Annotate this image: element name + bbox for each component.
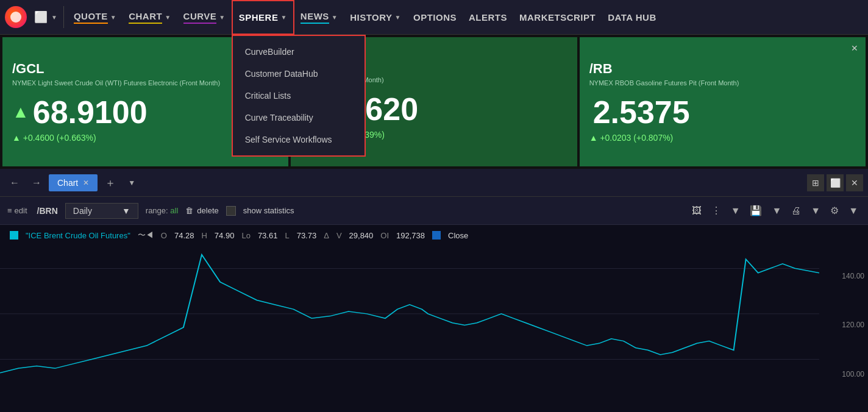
chart-print-caret-button[interactable]: ▼	[808, 203, 823, 219]
chart-window-controls: ⊞ ⬜ ✕	[807, 174, 863, 191]
edit-label: edit	[15, 206, 27, 215]
chart-add-caret-button[interactable]: ▼	[123, 176, 140, 190]
ticker-card-rb: ✕ /RB NYMEX RBOB Gasoline Futures Pit (F…	[580, 37, 866, 166]
chart-range-label: range: all	[146, 206, 179, 215]
nav-item-sphere[interactable]: SPHERE ▼	[232, 0, 294, 35]
chart-period-selector[interactable]: Daily ▼	[65, 203, 138, 219]
chart-close-button[interactable]: ✕	[846, 174, 863, 191]
chart-toolbar-right: 🖼 ⋮ ▼ 💾 ▼ 🖨 ▼ ⚙ ▼	[689, 202, 861, 219]
chart-settings-button[interactable]: ⚙	[828, 202, 841, 219]
ticker-change-value-rb: +0.0203 (+0.807%)	[600, 133, 673, 143]
nav-item-marketscript[interactable]: MARKETSCRIPT	[513, 0, 602, 35]
nav-label-quote: QUOTE	[74, 11, 108, 24]
chart-high-value: 74.90	[215, 231, 235, 240]
chart-open-value: 74.28	[174, 231, 194, 240]
nav-caret-chart: ▼	[165, 14, 171, 21]
nav-label-options: OPTIONS	[413, 12, 457, 23]
nav-item-alerts[interactable]: ALERTS	[463, 0, 513, 35]
nav-divider	[63, 6, 64, 28]
chart-settings-caret-button[interactable]: ▼	[846, 203, 861, 219]
nav-label-news: NEWS	[301, 11, 329, 24]
chart-vol-label: V	[336, 231, 342, 240]
sphere-menu-customer-datahub[interactable]: Customer DataHub	[233, 63, 365, 85]
nav-item-options[interactable]: OPTIONS	[407, 0, 463, 35]
chart-close-indicator	[432, 231, 441, 240]
ticker-price-value-rb: 2.5375	[593, 96, 690, 128]
chart-open-label: O	[161, 231, 167, 240]
chart-nav-back[interactable]: ←	[5, 175, 24, 191]
nav-caret-sphere: ▼	[280, 14, 286, 21]
monitor-caret[interactable]: ▼	[51, 14, 57, 21]
chart-tab-active[interactable]: Chart ✕	[49, 174, 98, 191]
nav-caret-curve: ▼	[219, 14, 225, 21]
nav-item-chart[interactable]: CHART ▼	[123, 0, 177, 35]
nav-item-quote[interactable]: QUOTE ▼	[68, 0, 123, 35]
nav-label-chart: CHART	[129, 11, 162, 24]
trash-icon: 🗑	[185, 206, 193, 215]
nav-label-history: HISTORY	[350, 12, 392, 23]
ticker-change-rb: ▲ +0.0203 (+0.807%)	[589, 133, 856, 143]
chart-canvas[interactable]: 140.00 120.00 100.00	[0, 246, 868, 405]
chart-delete-button[interactable]: 🗑 delete	[185, 206, 218, 215]
ticker-close-rb[interactable]: ✕	[851, 43, 858, 53]
ticker-change-value-gcl: +0.4600 (+0.663%)	[23, 133, 96, 143]
sphere-menu-curvebuilder[interactable]: CurveBuilder	[233, 41, 365, 63]
top-navigation: ⬜ ▼ QUOTE ▼ CHART ▼ CURVE ▼ SPHERE ▼ Cur…	[0, 0, 868, 35]
chart-vol-value: 29,840	[349, 231, 374, 240]
chart-caret-button[interactable]: ▼	[728, 203, 743, 219]
nav-item-datahub[interactable]: DATA HUB	[602, 0, 663, 35]
chart-price-140: 140.00	[823, 272, 864, 280]
monitor-icon: ⬜	[34, 10, 48, 24]
sphere-menu-curve-traceability[interactable]: Curve Traceability	[233, 107, 365, 129]
nav-label-marketscript: MARKETSCRIPT	[519, 12, 596, 23]
sphere-menu-self-service-workflows[interactable]: Self Service Workflows	[233, 129, 365, 151]
chart-maximize-button[interactable]: ⬜	[827, 174, 844, 191]
ticker-price-rb: 2.5375	[589, 96, 856, 128]
chart-tile-button[interactable]: ⊞	[807, 174, 824, 191]
chart-section: ← → Chart ✕ ＋ ▼ ⊞ ⬜ ✕ ≡ edit /BRN Daily …	[0, 169, 868, 412]
chart-add-tab-button[interactable]: ＋	[100, 173, 121, 193]
chart-save-caret-button[interactable]: ▼	[769, 203, 784, 219]
chart-tabs-bar: ← → Chart ✕ ＋ ▼ ⊞ ⬜ ✕	[0, 169, 868, 197]
chart-screenshot-button[interactable]: 🖼	[689, 203, 704, 219]
chart-show-stats-label: show statistics	[243, 206, 294, 215]
chart-l-label: L	[285, 231, 289, 240]
ticker-symbol-rb: /RB	[589, 61, 856, 77]
chart-info-bar: "ICE Brent Crude Oil Futures" 〜◀ O 74.28…	[0, 225, 868, 246]
chart-wave-icon: 〜◀	[138, 230, 154, 241]
chart-area: "ICE Brent Crude Oil Futures" 〜◀ O 74.28…	[0, 225, 868, 412]
chart-show-stats-checkbox[interactable]	[226, 206, 236, 216]
nav-item-news[interactable]: NEWS ▼	[294, 0, 344, 35]
nav-item-sphere-wrapper: SPHERE ▼ CurveBuilder Customer DataHub C…	[232, 0, 294, 35]
chart-price-labels: 140.00 120.00 100.00	[819, 246, 868, 405]
ticker-change-arrow-gcl: ▲	[12, 133, 23, 143]
chart-high-label: H	[201, 231, 207, 240]
nav-caret-history: ▼	[395, 14, 401, 21]
chart-l-value: 73.73	[297, 231, 317, 240]
chart-price-120: 120.00	[823, 321, 864, 329]
chart-save-button[interactable]: 💾	[747, 202, 764, 219]
sphere-menu-critical-lists[interactable]: Critical Lists	[233, 85, 365, 107]
chart-menu-button[interactable]: ⋮	[709, 202, 724, 219]
sphere-dropdown-menu: CurveBuilder Customer DataHub Critical L…	[232, 35, 366, 157]
chart-nav-forward[interactable]: →	[27, 175, 46, 191]
nav-item-history[interactable]: HISTORY ▼	[344, 0, 407, 35]
chart-toolbar: ≡ edit /BRN Daily ▼ range: all 🗑 delete …	[0, 197, 868, 225]
chart-svg	[0, 246, 819, 405]
edit-icon: ≡	[7, 206, 12, 215]
nav-label-curve: CURVE	[183, 11, 217, 24]
chart-delta-label: Δ	[324, 231, 329, 240]
app-logo[interactable]	[5, 6, 27, 28]
ticker-desc-rb: NYMEX RBOB Gasoline Futures Pit (Front M…	[589, 79, 856, 87]
nav-label-datahub: DATA HUB	[608, 12, 656, 23]
chart-tab-close[interactable]: ✕	[83, 179, 89, 187]
ticker-section: ✕ /GCL NYMEX Light Sweet Crude Oil (WTI)…	[0, 35, 868, 169]
period-caret: ▼	[122, 206, 130, 216]
chart-period-value: Daily	[73, 206, 92, 216]
chart-color-indicator	[10, 231, 18, 240]
chart-instrument-label: "ICE Brent Crude Oil Futures"	[26, 231, 130, 240]
chart-print-button[interactable]: 🖨	[789, 203, 803, 219]
nav-item-curve[interactable]: CURVE ▼	[177, 0, 232, 35]
chart-edit-button[interactable]: ≡ edit	[7, 206, 27, 215]
chart-oi-value: 192,738	[396, 231, 425, 240]
